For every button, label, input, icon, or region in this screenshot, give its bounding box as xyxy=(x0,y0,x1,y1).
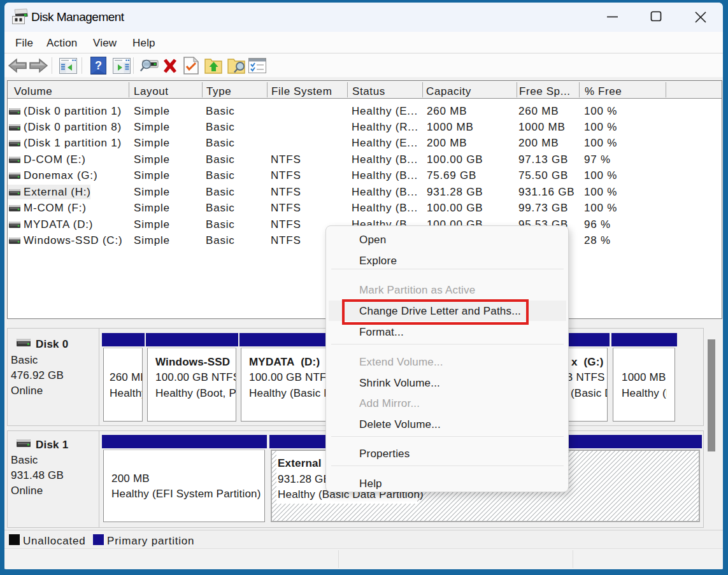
svg-text:?: ? xyxy=(95,59,102,72)
